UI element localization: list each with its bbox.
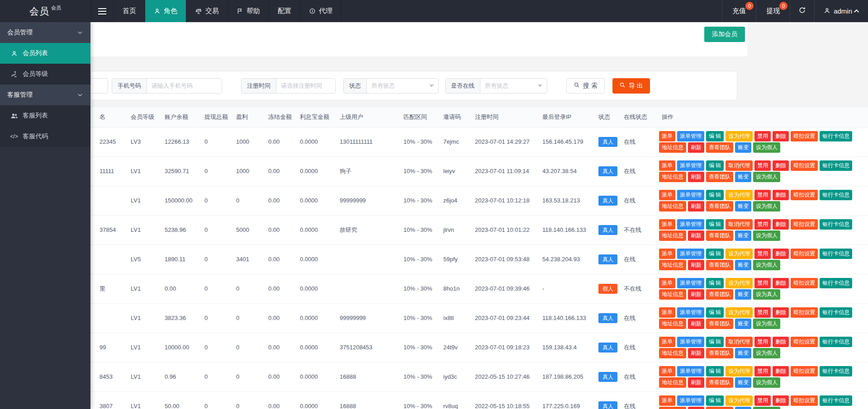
address-info-button[interactable]: 地址信息 [659, 201, 686, 212]
delete-button[interactable]: 删除 [773, 219, 789, 230]
disable-button[interactable]: 禁用 [754, 395, 771, 406]
refresh-row-button[interactable]: 刷新 [688, 377, 704, 388]
hidden-deduct-button[interactable]: 暗扣设置 [791, 190, 818, 200]
refresh-row-button[interactable]: 刷新 [688, 260, 704, 270]
delete-button[interactable]: 删除 [773, 278, 789, 288]
toggle-agent-button[interactable]: 设为代理 [726, 190, 753, 200]
delete-button[interactable]: 删除 [773, 366, 789, 376]
delete-button[interactable]: 删除 [773, 190, 789, 200]
refresh-row-button[interactable]: 刷新 [688, 172, 704, 182]
nav-item-help[interactable]: 帮助 [228, 0, 269, 22]
dispatch-manage-button[interactable]: 派单管理 [677, 249, 704, 259]
view-team-button[interactable]: 查看团队 [706, 172, 733, 182]
sidebar-section-service-manage[interactable]: 客服管理 [0, 85, 90, 105]
refresh-row-button[interactable]: 刷新 [688, 142, 704, 153]
nav-item-agent[interactable]: 代理 [300, 0, 342, 22]
account-change-button[interactable]: 账变 [735, 289, 751, 300]
toggle-human-button[interactable]: 设为假人 [753, 172, 780, 182]
dispatch-button[interactable]: 派单 [659, 366, 675, 376]
hidden-deduct-button[interactable]: 暗扣设置 [791, 366, 818, 376]
refresh-row-button[interactable]: 刷新 [688, 230, 704, 241]
sidebar-item-service-code[interactable]: </>客服代码 [0, 126, 90, 147]
hidden-deduct-button[interactable]: 暗扣设置 [791, 249, 818, 259]
view-team-button[interactable]: 查看团队 [706, 260, 733, 270]
address-info-button[interactable]: 地址信息 [659, 230, 686, 241]
export-button[interactable]: 导 出 [612, 78, 650, 94]
toggle-human-button[interactable]: 设为假人 [753, 201, 780, 212]
edit-button[interactable]: 编 辑 [706, 307, 724, 318]
delete-button[interactable]: 删除 [773, 131, 789, 141]
edit-button[interactable]: 编 辑 [706, 337, 724, 347]
dispatch-button[interactable]: 派单 [659, 307, 675, 318]
address-info-button[interactable]: 地址信息 [659, 348, 686, 358]
refresh-row-button[interactable]: 刷新 [688, 289, 704, 300]
admin-menu-button[interactable]: admin [814, 0, 868, 22]
disable-button[interactable]: 禁用 [754, 337, 771, 347]
view-team-button[interactable]: 查看团队 [706, 348, 733, 358]
account-change-button[interactable]: 账变 [735, 142, 751, 153]
toggle-human-button[interactable]: 设为假人 [753, 142, 780, 153]
hidden-deduct-button[interactable]: 暗扣设置 [791, 219, 818, 230]
hidden-deduct-button[interactable]: 暗扣设置 [791, 395, 818, 406]
sidebar-toggle-button[interactable] [90, 0, 114, 22]
delete-button[interactable]: 删除 [773, 160, 789, 171]
account-change-button[interactable]: 账变 [735, 377, 751, 388]
status-select[interactable]: 所有状态 [367, 79, 438, 93]
clipped-filter-input[interactable] [91, 78, 108, 94]
disable-button[interactable]: 禁用 [754, 249, 771, 259]
withdraw-button[interactable]: 提现 0 [756, 0, 790, 22]
edit-button[interactable]: 编 辑 [706, 160, 724, 171]
address-info-button[interactable]: 地址信息 [659, 377, 686, 388]
toggle-agent-button[interactable]: 设为代理 [726, 131, 753, 141]
sidebar-item-member-list[interactable]: 会员列表 [0, 43, 90, 64]
dispatch-manage-button[interactable]: 派单管理 [677, 337, 704, 347]
edit-button[interactable]: 编 辑 [706, 219, 724, 230]
address-info-button[interactable]: 地址信息 [659, 319, 686, 329]
nav-item-trade[interactable]: 交易 [186, 0, 228, 22]
nav-item-config[interactable]: 配置 [269, 0, 300, 22]
dispatch-manage-button[interactable]: 派单管理 [677, 131, 704, 141]
dispatch-button[interactable]: 派单 [659, 278, 675, 288]
view-team-button[interactable]: 查看团队 [706, 289, 733, 300]
account-change-button[interactable]: 账变 [735, 201, 751, 212]
bank-card-button[interactable]: 银行卡信息 [820, 219, 852, 230]
delete-button[interactable]: 删除 [773, 307, 789, 318]
search-button[interactable]: 搜 索 [566, 78, 605, 94]
toggle-human-button[interactable]: 设为假人 [753, 377, 780, 388]
edit-button[interactable]: 编 辑 [706, 190, 724, 200]
toggle-human-button[interactable]: 设为假人 [753, 230, 780, 241]
view-team-button[interactable]: 查看团队 [706, 377, 733, 388]
toggle-agent-button[interactable]: 取消代理 [726, 160, 753, 171]
dispatch-manage-button[interactable]: 派单管理 [677, 395, 704, 406]
dispatch-manage-button[interactable]: 派单管理 [677, 219, 704, 230]
dispatch-button[interactable]: 派单 [659, 337, 675, 347]
sidebar-item-service-list[interactable]: 客服列表 [0, 105, 90, 126]
toggle-agent-button[interactable]: 取消代理 [726, 219, 753, 230]
refresh-row-button[interactable]: 刷新 [688, 319, 704, 329]
delete-button[interactable]: 删除 [773, 337, 789, 347]
refresh-button[interactable] [790, 0, 814, 22]
view-team-button[interactable]: 查看团队 [706, 407, 733, 409]
toggle-human-button[interactable]: 设为假人 [753, 260, 780, 270]
phone-input[interactable] [147, 79, 222, 93]
disable-button[interactable]: 禁用 [754, 307, 771, 318]
edit-button[interactable]: 编 辑 [706, 366, 724, 376]
dispatch-button[interactable]: 派单 [659, 190, 675, 200]
nav-item-role[interactable]: 角色 [145, 0, 186, 22]
disable-button[interactable]: 禁用 [754, 366, 771, 376]
toggle-human-button[interactable]: 设为假人 [753, 348, 780, 358]
hidden-deduct-button[interactable]: 暗扣设置 [791, 278, 818, 288]
toggle-human-button[interactable]: 设为真人 [753, 289, 780, 300]
toggle-human-button[interactable]: 设为假人 [753, 407, 780, 409]
delete-button[interactable]: 删除 [773, 249, 789, 259]
bank-card-button[interactable]: 银行卡信息 [820, 131, 852, 141]
dispatch-manage-button[interactable]: 派单管理 [677, 278, 704, 288]
dispatch-manage-button[interactable]: 派单管理 [677, 366, 704, 376]
hidden-deduct-button[interactable]: 暗扣设置 [791, 307, 818, 318]
address-info-button[interactable]: 地址信息 [659, 172, 686, 182]
bank-card-button[interactable]: 银行卡信息 [820, 249, 852, 259]
edit-button[interactable]: 编 辑 [706, 278, 724, 288]
nav-item-home[interactable]: 首页 [114, 0, 145, 22]
account-change-button[interactable]: 账变 [735, 319, 751, 329]
disable-button[interactable]: 禁用 [754, 131, 771, 141]
